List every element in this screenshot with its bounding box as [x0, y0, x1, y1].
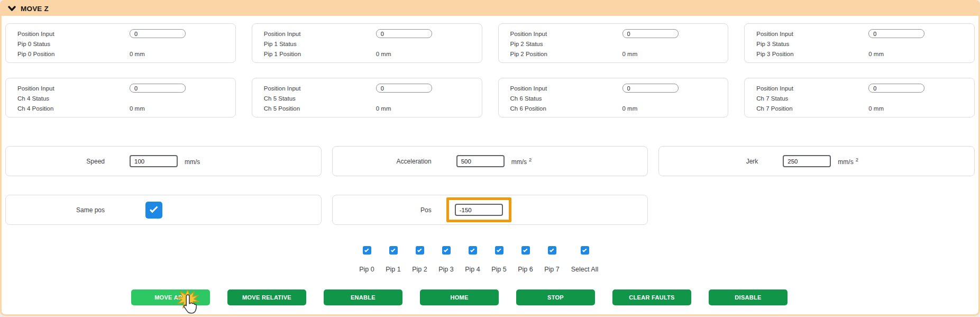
channel-input-row: Position Input [264, 83, 477, 93]
status-label: Pip 3 Status [756, 41, 868, 47]
position-value: 0 mm [130, 105, 230, 112]
action-button[interactable]: ENABLE [324, 289, 402, 305]
pip-checkbox-item: Pip 3 [433, 246, 460, 273]
pos-input[interactable] [455, 204, 503, 216]
pip-checkbox-label: Pip 0 [359, 266, 374, 273]
unit-text: mm/s [185, 158, 200, 166]
check-icon [582, 248, 587, 252]
position-value: 0 mm [622, 51, 723, 57]
position-label: Pip 3 Position [756, 51, 868, 57]
channel-position-row: Ch 6 Position 0 mm [510, 103, 723, 113]
channel-input-row: Position Input [756, 83, 969, 93]
position-input-label: Position Input [756, 31, 868, 37]
position-input-label: Position Input [264, 85, 376, 92]
channel-status-row: Pip 0 Status [17, 39, 230, 49]
pip-checkbox-label: Pip 3 [438, 266, 454, 273]
same-pos-label: Same pos [6, 206, 105, 214]
check-icon [470, 248, 474, 252]
pip-checkbox[interactable] [548, 246, 556, 255]
channel-panels-row-2: Position Input Ch 4 Status Ch 4 Position… [2, 78, 978, 117]
position-input-label: Position Input [510, 85, 622, 92]
channel-input-row: Position Input [756, 29, 969, 39]
chevron-down-icon [8, 5, 16, 12]
position-value: 0 mm [376, 105, 477, 112]
channel-position-row: Pip 0 Position 0 mm [17, 49, 230, 59]
action-button[interactable]: STOP [516, 289, 595, 305]
channel-position-row: Pip 3 Position 0 mm [756, 49, 969, 59]
pip-checkbox-item: Pip 2 [407, 246, 433, 273]
motion-param-row: Speed mm/s [6, 155, 321, 167]
same-pos-panel: Same pos [5, 195, 322, 225]
pip-checkbox-item: Select All [567, 246, 602, 273]
unit-text: mm/s [838, 158, 853, 166]
check-icon [549, 248, 554, 252]
empty-cell [658, 195, 975, 225]
pip-checkbox-label: Pip 4 [465, 266, 480, 273]
position-value: 0 mm [868, 51, 969, 57]
check-icon [444, 248, 448, 252]
position-label: Pip 0 Position [17, 51, 130, 57]
position-input[interactable] [622, 84, 679, 93]
section-header-move-z[interactable]: MOVE Z [1, 1, 979, 16]
position-input[interactable] [622, 29, 679, 38]
channel-input-row: Position Input [17, 83, 230, 93]
pip-checkbox-item: Pip 0 [354, 246, 380, 273]
position-options-row: Same pos Pos [2, 195, 978, 225]
position-input[interactable] [376, 29, 432, 38]
pip-checkbox[interactable] [389, 246, 398, 255]
pip-checkbox-label: Pip 6 [518, 266, 533, 273]
position-label: Ch 5 Position [264, 105, 376, 112]
param-unit: mm/s [185, 157, 202, 166]
position-input[interactable] [868, 29, 924, 38]
pip-checkbox[interactable] [442, 246, 451, 255]
param-label: Acceleration [333, 158, 432, 165]
channel-input-row: Position Input [264, 29, 477, 39]
position-value: 0 mm [376, 51, 477, 57]
pip-checkbox[interactable] [581, 246, 589, 255]
channel-panel: Position Input Ch 6 Status Ch 6 Position… [498, 78, 729, 117]
param-input[interactable] [456, 155, 505, 167]
action-button[interactable]: MOVE ABS [131, 289, 210, 305]
position-input[interactable] [130, 84, 186, 93]
channel-status-row: Ch 4 Status [17, 93, 230, 103]
action-button[interactable]: MOVE RELATIVE [227, 289, 306, 305]
param-unit: mm/s2 [511, 157, 532, 166]
pip-checkbox-item: Pip 7 [539, 246, 565, 273]
pip-checkbox-label: Pip 7 [544, 266, 560, 273]
action-button[interactable]: CLEAR FAULTS [612, 289, 691, 305]
pip-checkbox-label: Pip 2 [412, 266, 427, 273]
check-icon [364, 248, 369, 252]
position-input[interactable] [130, 29, 186, 38]
pip-checkbox[interactable] [495, 246, 503, 255]
channel-panel: Position Input Pip 1 Status Pip 1 Positi… [252, 23, 482, 63]
same-pos-checkbox[interactable] [145, 202, 162, 219]
channel-position-row: Ch 5 Position 0 mm [264, 103, 477, 113]
status-label: Ch 5 Status [264, 95, 376, 102]
pip-checkbox-item: Pip 6 [512, 246, 539, 273]
pip-checkbox[interactable] [469, 246, 477, 255]
position-input[interactable] [868, 84, 924, 93]
action-button[interactable]: HOME [420, 289, 499, 305]
move-z-section: MOVE Z Position Input Pip 0 Status Pip 0… [0, 0, 980, 316]
position-input-label: Position Input [756, 85, 868, 92]
position-input-label: Position Input [17, 31, 130, 37]
status-label: Ch 7 Status [756, 95, 868, 102]
position-input[interactable] [376, 84, 432, 93]
position-value: 0 mm [868, 105, 969, 112]
check-icon [497, 248, 501, 252]
channel-status-row: Ch 6 Status [510, 93, 723, 103]
param-input[interactable] [130, 155, 178, 167]
pip-checkbox-item: Pip 1 [380, 246, 407, 273]
check-icon [417, 248, 422, 252]
param-input[interactable] [783, 155, 831, 167]
param-label: Jerk [659, 158, 758, 165]
channel-position-row: Pip 1 Position 0 mm [264, 49, 477, 59]
pip-checkbox[interactable] [416, 246, 424, 255]
channel-status-row: Pip 2 Status [510, 39, 723, 49]
channel-status-row: Ch 7 Status [756, 93, 969, 103]
pos-panel: Pos [332, 195, 648, 225]
pip-checkbox[interactable] [363, 246, 371, 255]
action-button[interactable]: DISABLE [709, 289, 787, 305]
param-label: Speed [6, 158, 105, 165]
pip-checkbox[interactable] [521, 246, 530, 255]
